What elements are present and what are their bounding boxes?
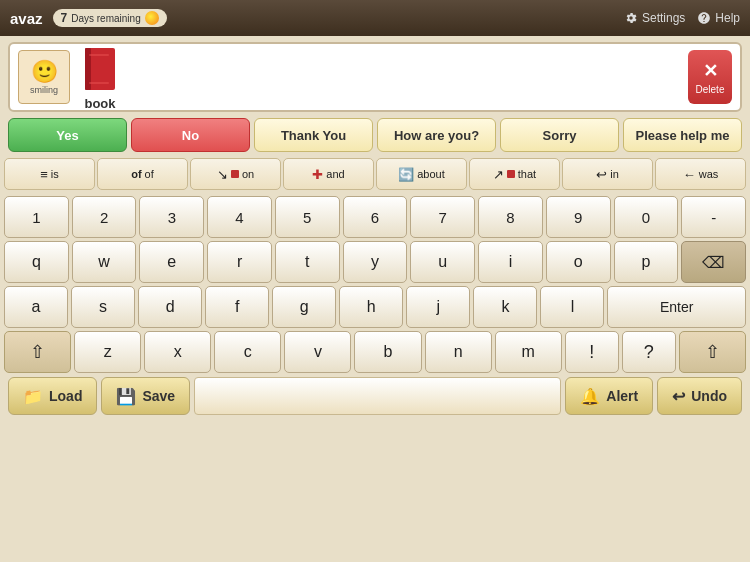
key-2[interactable]: 2: [72, 196, 137, 238]
key-h[interactable]: h: [339, 286, 403, 328]
key-f[interactable]: f: [205, 286, 269, 328]
word-is[interactable]: ≡ is: [4, 158, 95, 190]
word-is-label: is: [51, 168, 59, 180]
word-in-label: in: [610, 168, 619, 180]
category-pleasehelpme[interactable]: Please help me: [623, 118, 742, 152]
number-row: 1 2 3 4 5 6 7 8 9 0 -: [4, 196, 746, 238]
delete-button[interactable]: ✕ Delete: [688, 50, 732, 104]
key-d[interactable]: d: [138, 286, 202, 328]
word-about-label: about: [417, 168, 445, 180]
save-button[interactable]: 💾 Save: [101, 377, 190, 415]
word-of-label: of: [145, 168, 154, 180]
category-thankyou[interactable]: Thank You: [254, 118, 373, 152]
help-label: Help: [715, 11, 740, 25]
word-about[interactable]: 🔄 about: [376, 158, 467, 190]
word-suggestion-bar: ≡ is of of ↘ on ✚ and 🔄 about ↗ that ↩ i…: [0, 156, 750, 192]
key-r[interactable]: r: [207, 241, 272, 283]
category-no[interactable]: No: [131, 118, 250, 152]
key-8[interactable]: 8: [478, 196, 543, 238]
svg-rect-2: [89, 54, 109, 56]
key-a[interactable]: a: [4, 286, 68, 328]
bottom-bar: 📁 Load 💾 Save 🔔 Alert ↩ Undo: [0, 373, 750, 419]
key-j[interactable]: j: [406, 286, 470, 328]
asdf-row: a s d f g h j k l Enter: [4, 286, 746, 328]
top-bar: avaz 7 Days remaining Settings Help: [0, 0, 750, 36]
category-sorry[interactable]: Sorry: [500, 118, 619, 152]
settings-label: Settings: [642, 11, 685, 25]
key-5[interactable]: 5: [275, 196, 340, 238]
alert-label: Alert: [606, 388, 638, 404]
key-o[interactable]: o: [546, 241, 611, 283]
word-on-label: on: [242, 168, 254, 180]
input-area: 🙂 smiling book ✕ Delete: [8, 42, 742, 112]
word-in-icon: ↩: [596, 167, 607, 182]
key-w[interactable]: w: [72, 241, 137, 283]
backspace-key[interactable]: ⌫: [681, 241, 746, 283]
key-v[interactable]: v: [284, 331, 351, 373]
key-b[interactable]: b: [354, 331, 421, 373]
save-icon: 💾: [116, 387, 136, 406]
key-e[interactable]: e: [139, 241, 204, 283]
key-1[interactable]: 1: [4, 196, 69, 238]
key-7[interactable]: 7: [410, 196, 475, 238]
key-q[interactable]: q: [4, 241, 69, 283]
key-k[interactable]: k: [473, 286, 537, 328]
category-yes[interactable]: Yes: [8, 118, 127, 152]
delete-label: Delete: [696, 84, 725, 95]
key-g[interactable]: g: [272, 286, 336, 328]
word-that[interactable]: ↗ that: [469, 158, 560, 190]
space-bar[interactable]: [194, 377, 561, 415]
word-about-icon: 🔄: [398, 167, 414, 182]
key-c[interactable]: c: [214, 331, 281, 373]
alert-button[interactable]: 🔔 Alert: [565, 377, 653, 415]
key-0[interactable]: 0: [614, 196, 679, 238]
load-button[interactable]: 📁 Load: [8, 377, 97, 415]
key-3[interactable]: 3: [139, 196, 204, 238]
word-and-icon: ✚: [312, 167, 323, 182]
days-label: Days remaining: [71, 13, 140, 24]
key-exclamation[interactable]: !: [565, 331, 619, 373]
word-of-icon: of: [131, 168, 141, 180]
shift-right-key[interactable]: ⇧: [679, 331, 746, 373]
settings-button[interactable]: Settings: [624, 11, 685, 25]
days-remaining-badge: 7 Days remaining: [53, 9, 167, 27]
smily-picture: 🙂 smiling: [18, 50, 70, 104]
key-minus[interactable]: -: [681, 196, 746, 238]
key-y[interactable]: y: [343, 241, 408, 283]
smily-face-icon: 🙂: [31, 59, 58, 85]
book-container: book: [78, 44, 122, 111]
help-button[interactable]: Help: [697, 11, 740, 25]
key-4[interactable]: 4: [207, 196, 272, 238]
word-that-square: [507, 170, 515, 178]
word-on[interactable]: ↘ on: [190, 158, 281, 190]
key-m[interactable]: m: [495, 331, 562, 373]
word-in[interactable]: ↩ in: [562, 158, 653, 190]
key-t[interactable]: t: [275, 241, 340, 283]
svg-rect-3: [89, 82, 109, 84]
word-of[interactable]: of of: [97, 158, 188, 190]
smily-label: smiling: [30, 85, 58, 95]
undo-button[interactable]: ↩ Undo: [657, 377, 742, 415]
keyboard: 1 2 3 4 5 6 7 8 9 0 - q w e r t y u i o …: [0, 196, 750, 373]
enter-key[interactable]: Enter: [607, 286, 746, 328]
key-6[interactable]: 6: [343, 196, 408, 238]
key-question[interactable]: ?: [622, 331, 676, 373]
key-9[interactable]: 9: [546, 196, 611, 238]
key-z[interactable]: z: [74, 331, 141, 373]
save-label: Save: [142, 388, 175, 404]
word-was[interactable]: ← was: [655, 158, 746, 190]
key-n[interactable]: n: [425, 331, 492, 373]
key-u[interactable]: u: [410, 241, 475, 283]
category-howareyou[interactable]: How are you?: [377, 118, 496, 152]
x-icon: ✕: [703, 60, 718, 82]
key-s[interactable]: s: [71, 286, 135, 328]
key-x[interactable]: x: [144, 331, 211, 373]
word-is-icon: ≡: [40, 167, 48, 182]
key-i[interactable]: i: [478, 241, 543, 283]
word-on-icon: ↘: [217, 167, 228, 182]
word-and[interactable]: ✚ and: [283, 158, 374, 190]
shift-key[interactable]: ⇧: [4, 331, 71, 373]
key-p[interactable]: p: [614, 241, 679, 283]
key-l[interactable]: l: [540, 286, 604, 328]
word-that-label: that: [518, 168, 536, 180]
